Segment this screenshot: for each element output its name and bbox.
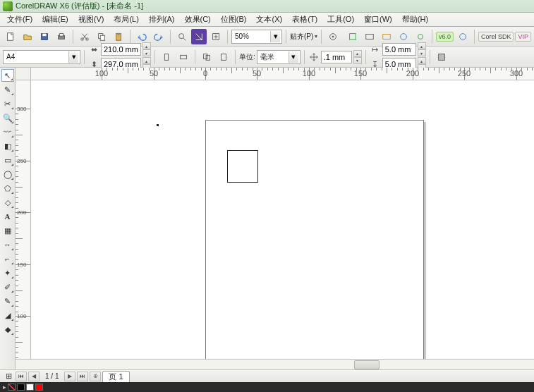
svg-rect-0 <box>8 32 13 40</box>
zoom-combo[interactable]: 50% ▾ <box>231 30 282 44</box>
pick-tool[interactable]: ↖ <box>1 69 14 82</box>
menu-layout[interactable]: 布局(L) <box>109 13 142 26</box>
eyedropper-tool[interactable]: ✐ <box>1 281 14 293</box>
print-button[interactable] <box>54 29 69 44</box>
last-page-button[interactable]: ⏭ <box>77 372 88 381</box>
drawing-canvas[interactable] <box>31 80 534 359</box>
separator <box>286 30 286 44</box>
menu-view[interactable]: 视图(V) <box>74 13 109 26</box>
width-icon: ⬌ <box>88 44 99 55</box>
save-button[interactable] <box>37 29 52 44</box>
separator <box>432 30 432 44</box>
menu-table[interactable]: 表格(T) <box>288 13 322 26</box>
chevron-down-icon[interactable]: ▾ <box>68 51 78 63</box>
menu-file[interactable]: 文件(F) <box>3 13 37 26</box>
open-button[interactable] <box>20 29 35 44</box>
menu-text[interactable]: 文本(X) <box>252 13 286 26</box>
menu-effects[interactable]: 效果(C) <box>181 13 215 26</box>
next-page-button[interactable]: ▶ <box>64 372 75 381</box>
separator <box>130 30 131 44</box>
nudge-value: .1 mm <box>324 53 346 61</box>
horizontal-scrollbar[interactable] <box>16 359 534 369</box>
first-page-button[interactable]: ⏮ <box>16 372 27 381</box>
fill-tool[interactable]: ◢ <box>1 309 14 321</box>
vertical-ruler[interactable]: 300250200150100 <box>16 80 31 359</box>
horizontal-ruler[interactable]: 10050050100150200250300 <box>31 68 534 80</box>
title-bar: CorelDRAW X6 (评估版) - [未命名 -1] <box>0 0 534 13</box>
duplicate-x-field[interactable]: 5.0 mm <box>382 43 416 56</box>
polygon-tool[interactable]: ⬠ <box>1 182 14 195</box>
all-pages-button[interactable] <box>199 49 214 65</box>
nudge-icon <box>308 51 320 63</box>
shape-tool[interactable]: ✎ <box>1 83 14 96</box>
sdk-badge[interactable]: Corel SDK <box>478 32 514 42</box>
svg-rect-15 <box>350 33 356 39</box>
separator <box>73 30 73 44</box>
vip-badge[interactable]: VIP <box>515 32 531 42</box>
redo-button[interactable] <box>151 29 166 44</box>
menu-window[interactable]: 窗口(W) <box>360 13 396 26</box>
separator <box>170 30 171 44</box>
interactive-fill-tool[interactable]: ◆ <box>1 323 14 336</box>
add-page-after-button[interactable]: ⊕ <box>90 372 101 381</box>
import-button[interactable] <box>191 29 207 44</box>
page-tab-label: 页 1 <box>109 372 123 382</box>
export-button[interactable] <box>208 29 224 44</box>
interactive-tool[interactable]: ✦ <box>1 267 14 279</box>
search-button[interactable] <box>174 29 190 44</box>
nudge-spinner[interactable]: ▴▾ <box>353 50 362 64</box>
svg-rect-16 <box>366 34 374 39</box>
scrollbar-thumb[interactable] <box>354 360 380 369</box>
rectangle-tool[interactable]: ▭ <box>1 154 14 166</box>
ellipse-tool[interactable]: ◯ <box>1 168 14 180</box>
smart-fill-tool[interactable]: ◧ <box>1 140 14 152</box>
crop-tool[interactable]: ✂ <box>1 97 14 110</box>
new-button[interactable] <box>3 29 18 44</box>
dup-x-spinner[interactable]: ▴▾ <box>418 42 426 56</box>
property-bar: A4 ▾ ⬌ 210.0 mm ▴▾ ⬍ 297.0 mm ▴▾ 单位: 毫米 … <box>0 47 534 68</box>
no-fill-swatch[interactable] <box>8 384 16 391</box>
dimension-tool[interactable]: ↔ <box>1 238 14 251</box>
menu-tools[interactable]: 工具(O) <box>323 13 358 26</box>
portrait-button[interactable] <box>159 49 174 65</box>
ruler-origin[interactable] <box>16 68 31 80</box>
color-swatch-black[interactable] <box>17 384 25 391</box>
snap-dropdown[interactable]: 贴齐(P) ▾ <box>290 32 317 42</box>
freehand-tool[interactable]: 〰 <box>1 125 14 138</box>
page-tab[interactable]: 页 1 <box>102 371 129 382</box>
text-tool[interactable]: A <box>1 210 14 223</box>
menu-arrange[interactable]: 排列(A) <box>145 13 179 26</box>
page-navigator: ⊞ ⏮ ◀ 1 / 1 ▶ ⏭ ⊕ 页 1 <box>0 369 534 382</box>
menu-help[interactable]: 帮助(H) <box>398 13 432 26</box>
add-page-button[interactable]: ⊞ <box>3 372 14 381</box>
page-width-field[interactable]: 210.0 mm <box>101 43 141 56</box>
landscape-button[interactable] <box>176 49 191 65</box>
chevron-down-icon[interactable]: ▾ <box>270 31 280 42</box>
paper-size-combo[interactable]: A4 ▾ <box>3 50 80 64</box>
status-bar: ▸ <box>0 382 534 392</box>
table-tool[interactable]: ▦ <box>1 224 14 237</box>
connector-tool[interactable]: ⌐ <box>1 252 14 265</box>
treat-as-filled-button[interactable] <box>434 49 449 65</box>
color-swatch-red[interactable] <box>35 384 43 391</box>
menu-edit[interactable]: 编辑(E) <box>38 13 73 26</box>
svg-point-14 <box>332 35 334 37</box>
launch-button[interactable] <box>345 29 360 44</box>
prev-page-button[interactable]: ◀ <box>28 372 40 381</box>
chevron-down-icon[interactable]: ▾ <box>289 51 298 63</box>
dup-x-icon: ↦ <box>370 44 381 55</box>
current-page-button[interactable] <box>216 49 231 65</box>
zoom-tool[interactable]: 🔍 <box>1 111 14 124</box>
nudge-field[interactable]: .1 mm <box>321 51 352 63</box>
separator <box>365 50 366 64</box>
outline-tool[interactable]: ✎ <box>1 295 14 307</box>
color-swatch-white[interactable] <box>26 384 34 391</box>
separator <box>235 50 236 64</box>
basic-shapes-tool[interactable]: ◇ <box>1 196 14 209</box>
rectangle-object[interactable] <box>227 150 258 183</box>
width-spinner[interactable]: ▴▾ <box>142 42 151 56</box>
menu-bitmap[interactable]: 位图(B) <box>217 13 251 26</box>
publish-button[interactable] <box>455 29 471 44</box>
unit-combo[interactable]: 毫米 ▾ <box>257 50 301 64</box>
options-button[interactable] <box>325 29 341 44</box>
